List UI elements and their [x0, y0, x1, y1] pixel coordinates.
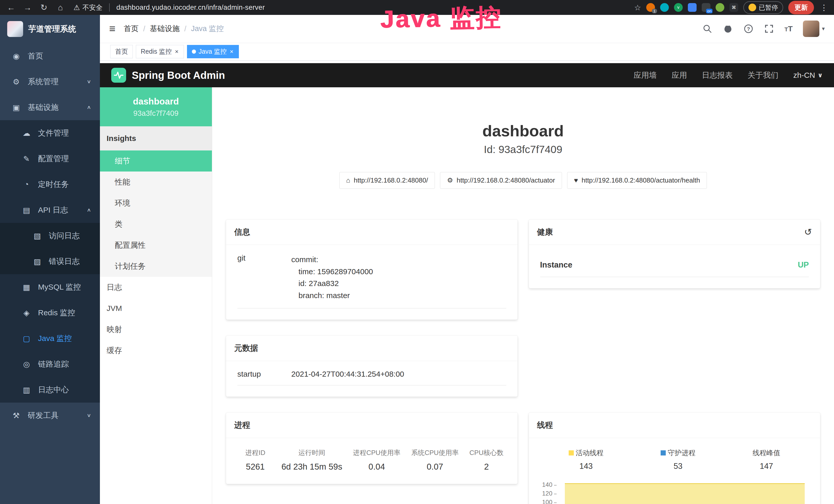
sidebar-item-log-center[interactable]: ▥ 日志中心	[0, 377, 100, 403]
search-icon[interactable]	[702, 24, 712, 34]
sba-item-jvm[interactable]: JVM	[100, 298, 212, 319]
process-cpu: 进程CPU使用率 0.04	[353, 448, 400, 472]
reload-icon[interactable]: ↻	[38, 3, 50, 12]
sba-item-mappings[interactable]: 映射	[100, 319, 212, 340]
app-logo[interactable]: 芋道管理系统	[0, 15, 100, 43]
instance-name: dashboard	[133, 96, 179, 107]
sidebar-item-infra[interactable]: ▣ 基础设施 ∧	[0, 94, 100, 120]
info-label: git	[237, 254, 291, 301]
sba-item-environment[interactable]: 环境	[100, 192, 212, 214]
warning-icon: ⚠	[73, 3, 80, 12]
leaf-extension-icon[interactable]	[716, 3, 724, 12]
sidebar-item-devtools[interactable]: ⚒ 研发工具 ∨	[0, 403, 100, 428]
forward-icon[interactable]: →	[22, 3, 34, 12]
annotation-java-monitor: Java 监控	[380, 1, 502, 37]
address-bar[interactable]: dashboard.yudao.iocoder.cn/infra/admin-s…	[116, 4, 265, 12]
breadcrumb-home[interactable]: 首页	[124, 24, 139, 34]
dashboard-icon: ◉	[11, 52, 21, 61]
sidebar-item-label: 首页	[28, 51, 43, 61]
sidebar-item-redis-monitor[interactable]: ◈ Redis 监控	[0, 300, 100, 325]
sidebar-item-file-mgmt[interactable]: ☁ 文件管理	[0, 120, 100, 146]
sba-item-logs[interactable]: 日志	[100, 277, 212, 298]
sidebar-item-java-monitor[interactable]: ▢ Java 监控	[0, 325, 100, 351]
history-icon[interactable]: ↺	[804, 228, 812, 237]
security-chip[interactable]: ⚠ 不安全	[73, 3, 103, 12]
legend-daemon-threads: 守护进程 53	[661, 448, 696, 471]
sba-item-caches[interactable]: 缓存	[100, 340, 212, 361]
log-icon: ▥	[22, 385, 31, 394]
app-title: 芋道管理系统	[28, 24, 76, 35]
browser-menu-icon[interactable]: ⋮	[819, 3, 829, 12]
sidebar-item-scheduled-jobs[interactable]: ◔ 定时任务	[0, 171, 100, 197]
update-button[interactable]: 更新	[788, 1, 814, 15]
font-size-icon[interactable]: TT	[785, 24, 793, 33]
service-url-link[interactable]: ⌂ http://192.168.0.2:48080/	[339, 172, 435, 189]
timer-icon: ◔	[22, 180, 31, 189]
sidebar-item-tracing[interactable]: ◎ 链路追踪	[0, 351, 100, 377]
sidebar-item-api-logs[interactable]: ▤ API 日志 ∧	[0, 197, 100, 223]
pin-extension-icon[interactable]	[660, 3, 669, 12]
sba-brand[interactable]: Spring Boot Admin	[111, 68, 225, 83]
v-extension-icon[interactable]: v	[674, 3, 683, 12]
breadcrumb-infra[interactable]: 基础设施	[150, 24, 180, 34]
help-icon[interactable]: ?	[743, 24, 753, 34]
logo-avatar	[7, 21, 23, 37]
sba-item-metrics[interactable]: 性能	[100, 171, 212, 192]
sba-item-details[interactable]: 细节	[100, 151, 212, 171]
fullscreen-icon[interactable]	[764, 24, 774, 34]
tab-label: Java 监控	[199, 47, 227, 56]
sidebar-item-error-logs[interactable]: ▨ 错误日志	[0, 249, 100, 274]
tools-icon: ⚒	[11, 411, 21, 420]
home-icon[interactable]: ⌂	[54, 3, 66, 12]
sba-instance-block[interactable]: dashboard 93a3fc7f7409	[100, 87, 212, 126]
tab-redis-monitor[interactable]: Redis 监控 ×	[136, 45, 184, 58]
close-icon[interactable]: ×	[229, 48, 234, 55]
git-time-line: time: 1596289704000	[291, 266, 373, 278]
close-icon[interactable]: ×	[174, 48, 179, 55]
sidebar-item-label: 访问日志	[49, 231, 80, 241]
sba-item-config-props[interactable]: 配置属性	[100, 235, 212, 256]
link-url: http://192.168.0.2:48080/actuator	[457, 176, 555, 184]
card-body: git commit: time: 1596289704000 id: 27aa…	[226, 245, 518, 320]
card-title: 进程	[234, 420, 250, 431]
eye-icon: ◎	[22, 360, 31, 369]
sba-nav-about[interactable]: 关于我们	[747, 70, 778, 81]
chevron-down-icon: ∨	[87, 413, 91, 418]
bookmark-star-icon[interactable]: ☆	[634, 3, 641, 12]
tab-java-monitor[interactable]: Java 监控 ×	[187, 45, 239, 58]
error-log-icon: ▨	[32, 257, 42, 266]
actuator-url-link[interactable]: ⚙ http://192.168.0.2:48080/actuator	[440, 172, 562, 189]
sba-item-scheduled-tasks[interactable]: 计划任务	[100, 256, 212, 277]
grid-extension-icon[interactable]	[688, 3, 697, 12]
switch-extension-icon[interactable]: on	[702, 3, 710, 12]
sidebar-item-label: MySQL 监控	[38, 282, 81, 293]
tab-label: 首页	[115, 47, 128, 56]
edit-icon: ✎	[22, 154, 31, 163]
github-icon[interactable]	[723, 24, 733, 34]
sidebar-item-config-mgmt[interactable]: ✎ 配置管理	[0, 146, 100, 171]
hamburger-icon[interactable]: ≡	[109, 23, 115, 35]
health-url-link[interactable]: ♥ http://192.168.0.2:48080/actuator/heal…	[567, 172, 707, 189]
sidebar-item-mysql-monitor[interactable]: ▦ MySQL 监控	[0, 274, 100, 300]
sba-nav-applications[interactable]: 应用	[672, 70, 687, 81]
sba-nav-journal[interactable]: 日志报表	[702, 70, 732, 81]
instance-links: ⌂ http://192.168.0.2:48080/ ⚙ http://192…	[226, 172, 820, 189]
sidebar-item-access-logs[interactable]: ▧ 访问日志	[0, 223, 100, 249]
sba-item-classes[interactable]: 类	[100, 214, 212, 235]
paused-pill[interactable]: 已暂停	[743, 1, 783, 14]
card-title: 线程	[537, 420, 553, 431]
metric-label: 进程ID	[240, 448, 271, 457]
user-avatar[interactable]: ▾	[803, 21, 825, 37]
fox-extension-icon[interactable]: 1	[646, 3, 655, 12]
sidebar-item-system[interactable]: ⚙ 系统管理 ∨	[0, 69, 100, 94]
tab-home[interactable]: 首页	[110, 45, 133, 58]
svg-text:?: ?	[747, 26, 750, 32]
back-icon[interactable]: ←	[5, 3, 17, 12]
header-actions: ? TT ▾	[702, 21, 825, 37]
metric-label: 进程CPU使用率	[353, 448, 400, 457]
y-axis-tick: 100	[540, 499, 556, 504]
sba-language-select[interactable]: zh-CN ∨	[793, 71, 823, 79]
sba-nav-wallboard[interactable]: 应用墙	[633, 70, 657, 81]
puzzle-extension-icon[interactable]: ⌘	[729, 3, 738, 12]
sidebar-item-home[interactable]: ◉ 首页	[0, 43, 100, 69]
